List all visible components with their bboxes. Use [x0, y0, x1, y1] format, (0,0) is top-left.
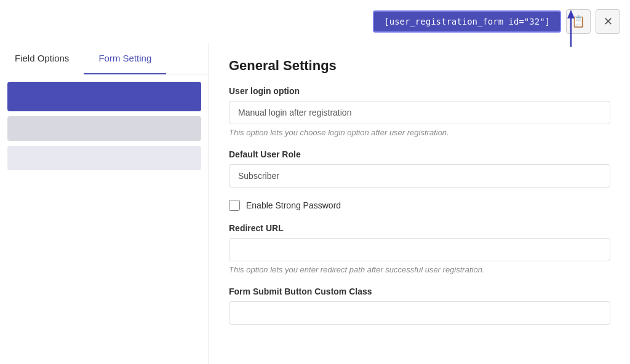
- submit-class-group: Form Submit Button Custom Class: [229, 287, 610, 325]
- default-role-label: Default User Role: [229, 149, 610, 159]
- copy-button[interactable]: 📋: [566, 9, 591, 34]
- default-role-group: Default User Role Subscriber: [229, 149, 610, 188]
- user-login-label: User login option: [229, 86, 610, 96]
- top-bar: [user_registration_form id="32"] 📋 ✕: [0, 0, 630, 43]
- default-role-select[interactable]: Subscriber: [229, 164, 610, 188]
- user-login-hint: This option lets you choose login option…: [229, 128, 610, 137]
- redirect-url-label: Redirect URL: [229, 223, 610, 233]
- sidebar: Field Options Form Setting: [0, 43, 209, 364]
- sidebar-tabs: Field Options Form Setting: [0, 43, 209, 74]
- sidebar-item-1[interactable]: [7, 82, 201, 111]
- sidebar-item-3[interactable]: [7, 146, 201, 170]
- strong-password-checkbox[interactable]: [229, 200, 240, 211]
- close-icon: ✕: [604, 15, 613, 28]
- submit-class-input-area: [229, 301, 610, 325]
- main-content: General Settings User login option Manua…: [209, 43, 630, 364]
- copy-icon: 📋: [572, 15, 585, 28]
- strong-password-row: Enable Strong Password: [229, 200, 610, 211]
- tab-form-setting[interactable]: Form Setting: [84, 43, 166, 74]
- submit-class-label: Form Submit Button Custom Class: [229, 287, 610, 296]
- sidebar-item-2[interactable]: [7, 116, 201, 141]
- tab-field-options[interactable]: Field Options: [0, 43, 84, 74]
- redirect-url-input-area: [229, 238, 610, 261]
- main-layout: Field Options Form Setting General Setti…: [0, 43, 630, 364]
- sidebar-content: [0, 74, 209, 178]
- strong-password-label: Enable Strong Password: [246, 200, 341, 210]
- section-title: General Settings: [229, 58, 610, 74]
- user-login-group: User login option Manual login after reg…: [229, 86, 610, 137]
- shortcode-display[interactable]: [user_registration_form id="32"]: [373, 10, 561, 33]
- redirect-url-group: Redirect URL This option lets you enter …: [229, 223, 610, 274]
- redirect-url-hint: This option lets you enter redirect path…: [229, 265, 610, 274]
- close-button[interactable]: ✕: [596, 9, 620, 34]
- user-login-select[interactable]: Manual login after registration: [229, 101, 610, 124]
